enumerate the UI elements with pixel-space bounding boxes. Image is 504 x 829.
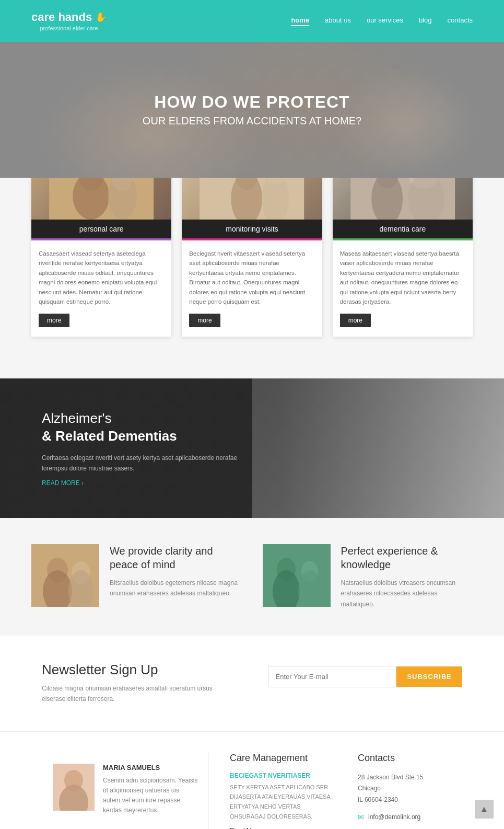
feature-text-1: We provide clarity and peace of mind Bit… — [110, 544, 242, 599]
feature-photo-2 — [263, 544, 331, 607]
personal-care-label: personal care — [31, 220, 171, 238]
care-mgmt-heading: Care Management — [230, 753, 337, 764]
feature-photo-1 — [31, 544, 99, 607]
logo-text-care: care hands — [31, 10, 92, 24]
dementia-care-label: dementia care — [333, 220, 473, 238]
alzheimer-heading: Alzheimer's & Related Dementias — [42, 410, 240, 445]
newsletter-left: Newsletter Sign Up Ciloase magna onumsan… — [42, 662, 237, 705]
scroll-up-button[interactable]: ▲ — [475, 800, 494, 819]
newsletter-text: Ciloase magna onumsan erahaseres amaltal… — [42, 683, 237, 705]
footer-top: MARIA SAMUELS Csenim adm scipioriosam. Y… — [0, 731, 504, 829]
contact-email-text: info@demolink.org — [368, 813, 420, 821]
logo: care hands ✋ professional elder care — [31, 10, 107, 31]
feature-text-2: Perfect experience & knowledge Natsraell… — [341, 544, 473, 609]
alzheimer-face-photo — [252, 378, 505, 517]
care-mgmt-subtitle: SETY KERTYA ASET APLICABO SER DIJASERTA … — [230, 782, 337, 822]
contact-email: ✉ info@demolink.org — [358, 813, 462, 821]
logo-sub: professional elder care — [31, 25, 107, 31]
dementia-care-text: Maseas asitaesaert viasead setertya baes… — [333, 240, 473, 306]
nav-home[interactable]: home — [291, 16, 309, 26]
newsletter-heading: Newsletter Sign Up — [42, 662, 237, 678]
main-nav: home about us our services blog contacts — [291, 16, 473, 26]
feature-item-1: We provide clarity and peace of mind Bit… — [31, 544, 242, 609]
hand-icon: ✋ — [95, 11, 107, 23]
testimonial-name: MARIA SAMUELS — [103, 764, 198, 772]
svg-point-4 — [108, 172, 137, 220]
newsletter-right: SUBSCRIBE — [268, 666, 463, 687]
nav-contacts[interactable]: contacts — [448, 16, 473, 26]
contacts-heading: Contacts — [358, 753, 462, 764]
personal-care-more-btn[interactable]: more — [39, 314, 69, 327]
subscribe-button[interactable]: SUBSCRIBE — [396, 666, 462, 687]
features-section: We provide clarity and peace of mind Bit… — [0, 518, 504, 636]
contact-address: 28 Jackson Blvd Ste 15ChicagoIL 60604-23… — [358, 772, 462, 806]
svg-point-2 — [73, 172, 109, 220]
care-management: Care Management BECIEGAST NVERITIASER SE… — [230, 753, 337, 829]
services-section: personal care Casaesaert viasead seterty… — [0, 146, 504, 378]
testimonial-inner: MARIA SAMUELS Csenim adm scipioriosam. Y… — [42, 753, 208, 826]
testimonial-photo — [53, 764, 95, 811]
testimonial-text: Csenim adm scipioriosam. Yeaisis ut aliq… — [103, 776, 198, 816]
nav-services[interactable]: our services — [367, 16, 403, 26]
contacts-column: Contacts 28 Jackson Blvd Ste 15ChicagoIL… — [358, 753, 462, 829]
email-icon: ✉ — [358, 813, 364, 821]
testimonial-info: MARIA SAMUELS Csenim adm scipioriosam. Y… — [103, 764, 198, 816]
care-read-more-link[interactable]: Read More › — [230, 827, 268, 829]
hero-section: HOW DO WE PROTECT OUR ELDERS FROM ACCIDE… — [0, 42, 504, 178]
email-input[interactable] — [268, 666, 397, 687]
monitoring-visits-text: Beciegast nverit vitaesaert viasead sete… — [182, 240, 322, 306]
alzheimer-read-more[interactable]: READ MORE › — [42, 479, 84, 487]
alzheimer-text: Ceritaesa eclegast nveriti vert asety ke… — [42, 453, 240, 474]
hero-title: HOW DO WE PROTECT — [143, 93, 361, 112]
logo-title: care hands ✋ — [31, 10, 107, 24]
nav-about[interactable]: about us — [325, 16, 351, 26]
testimonial-box: MARIA SAMUELS Csenim adm scipioriosam. Y… — [42, 753, 209, 829]
dementia-care-more-btn[interactable]: more — [340, 314, 371, 327]
personal-care-text: Casaesaert viasead setertya aseteciega r… — [31, 240, 171, 306]
care-mgmt-name: BECIEGAST NVERITIASER — [230, 772, 337, 779]
hero-subtitle: OUR ELDERS FROM ACCIDENTS AT HOME? — [143, 115, 361, 127]
header: care hands ✋ professional elder care hom… — [0, 0, 504, 42]
nav-blog[interactable]: blog — [419, 16, 432, 26]
monitoring-visits-label: monitoring visits — [182, 220, 322, 238]
alzheimer-content: Alzheimer's & Related Dementias Ceritaes… — [42, 410, 240, 486]
feature-item-2: Perfect experience & knowledge Natsraell… — [263, 544, 473, 609]
newsletter-section: Newsletter Sign Up Ciloase magna onumsan… — [0, 636, 504, 731]
monitoring-visits-more-btn[interactable]: more — [189, 314, 220, 327]
hero-content: HOW DO WE PROTECT OUR ELDERS FROM ACCIDE… — [143, 93, 361, 127]
alzheimer-section: Alzheimer's & Related Dementias Ceritaes… — [0, 378, 504, 517]
